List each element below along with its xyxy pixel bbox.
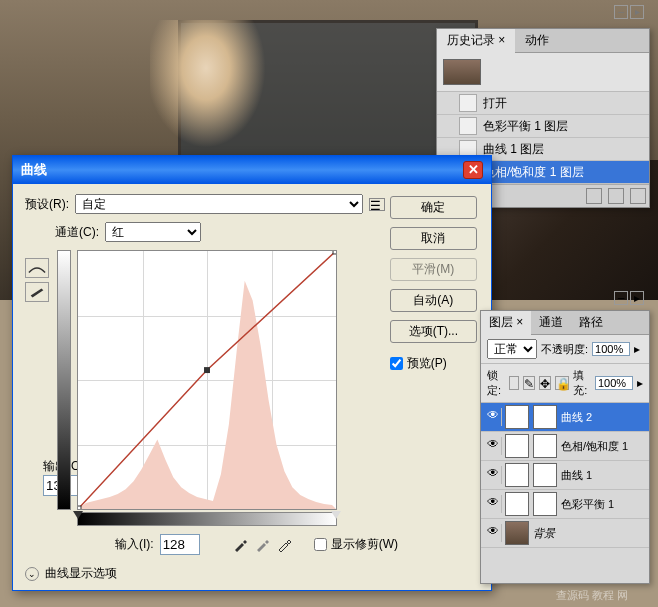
channel-label: 通道(C): [55,224,99,241]
curve-point-tool-icon[interactable] [25,258,49,278]
preset-menu-icon[interactable]: ☰ [369,198,385,211]
panel-menu-icon[interactable]: ▸ [630,291,644,305]
preset-label: 预设(R): [25,196,69,213]
chevron-icon: ⌄ [25,567,39,581]
blend-mode-select[interactable]: 正常 [487,339,537,359]
input-input[interactable] [160,534,200,555]
history-step-icon [459,117,477,135]
layer-mask-thumb [533,434,557,458]
show-clipping-checkbox[interactable] [314,538,327,551]
panel-menu-icon[interactable]: ▸ [630,5,644,19]
close-icon[interactable]: ✕ [463,161,483,179]
curve-pencil-tool-icon[interactable] [25,282,49,302]
dialog-title: 曲线 [21,161,47,179]
layer-thumb [505,463,529,487]
visibility-eye-icon[interactable]: 👁 [484,408,502,426]
tab-paths[interactable]: 路径 [571,311,611,334]
history-snapshot-thumb[interactable] [443,59,481,85]
lock-pixels-icon[interactable]: ✎ [523,376,535,390]
layer-item[interactable]: 👁 曲线 1 [481,461,649,490]
layer-name: 背景 [533,526,555,541]
tab-actions[interactable]: 动作 [515,29,559,52]
layer-mask-thumb [533,405,557,429]
layer-item[interactable]: 👁 色彩平衡 1 [481,490,649,519]
panel-minimize-icon[interactable]: – [614,5,628,19]
history-item-label: 曲线 1 图层 [483,141,544,158]
opacity-input[interactable] [592,342,630,356]
tab-history[interactable]: 历史记录 × [437,29,515,53]
tab-layers[interactable]: 图层 × [481,311,531,335]
show-clipping-label: 显示修剪(W) [331,536,398,553]
create-snapshot-icon[interactable] [586,188,602,204]
layer-thumb [505,521,529,545]
layer-item[interactable]: 👁 曲线 2 [481,403,649,432]
layer-mask-thumb [533,463,557,487]
history-item[interactable]: 打开 [437,92,649,115]
dropdown-arrow-icon[interactable]: ▸ [637,376,643,390]
input-label: 输入(I): [115,536,154,553]
x-gradient-bar [77,512,337,526]
new-doc-from-state-icon[interactable] [608,188,624,204]
black-eyedropper-icon[interactable] [232,537,248,553]
fill-label: 填充: [573,368,591,398]
visibility-eye-icon[interactable]: 👁 [484,437,502,455]
lock-label: 锁定: [487,368,505,398]
curves-dialog: 曲线 ✕ 预设(R): 自定 ☰ 通道(C): 红 输出(O): [12,155,492,591]
layer-mask-thumb [533,492,557,516]
history-item[interactable]: 色彩平衡 1 图层 [437,115,649,138]
options-toggle-label: 曲线显示选项 [45,565,117,582]
preview-checkbox[interactable] [390,357,403,370]
layer-name: 色相/饱和度 1 [561,439,628,454]
y-gradient-bar [57,250,71,510]
dialog-titlebar[interactable]: 曲线 ✕ [13,156,491,184]
preview-label: 预览(P) [407,355,447,372]
layer-thumb [505,434,529,458]
layer-name: 曲线 2 [561,410,592,425]
preset-select[interactable]: 自定 [75,194,363,214]
cancel-button[interactable]: 取消 [390,227,477,250]
histogram [78,251,336,509]
ok-button[interactable]: 确定 [390,196,477,219]
curves-graph[interactable] [57,250,337,526]
curve-display-options-toggle[interactable]: ⌄ 曲线显示选项 [25,565,479,582]
lock-transparency-icon[interactable] [509,376,520,390]
smooth-button[interactable]: 平滑(M) [390,258,477,281]
layer-name: 色彩平衡 1 [561,497,614,512]
watermark-text: 查源码 教程 网 [556,588,628,603]
visibility-eye-icon[interactable]: 👁 [484,524,502,542]
panel-minimize-icon[interactable]: – [614,291,628,305]
history-step-icon [459,94,477,112]
layer-thumb [505,492,529,516]
layer-name: 曲线 1 [561,468,592,483]
white-point-slider[interactable] [331,511,341,519]
history-item-label: 色相/饱和度 1 图层 [483,164,584,181]
dropdown-arrow-icon[interactable]: ▸ [634,342,640,356]
channel-select[interactable]: 红 [105,222,201,242]
black-point-slider[interactable] [73,511,83,519]
visibility-eye-icon[interactable]: 👁 [484,495,502,513]
gray-eyedropper-icon[interactable] [254,537,270,553]
history-item-label: 打开 [483,95,507,112]
options-button[interactable]: 选项(T)... [390,320,477,343]
layer-thumb [505,405,529,429]
fill-input[interactable] [595,376,633,390]
layer-item[interactable]: 👁 背景 [481,519,649,548]
lock-position-icon[interactable]: ✥ [539,376,551,390]
layer-item[interactable]: 👁 色相/饱和度 1 [481,432,649,461]
svg-marker-0 [78,281,336,509]
tab-channels[interactable]: 通道 [531,311,571,334]
visibility-eye-icon[interactable]: 👁 [484,466,502,484]
delete-state-icon[interactable] [630,188,646,204]
auto-button[interactable]: 自动(A) [390,289,477,312]
history-item-label: 色彩平衡 1 图层 [483,118,568,135]
layers-panel: – ▸ 图层 × 通道 路径 正常 不透明度: ▸ 锁定: ✎ ✥ 🔒 填充: … [480,310,650,584]
lock-all-icon[interactable]: 🔒 [555,376,569,390]
white-eyedropper-icon[interactable] [276,537,292,553]
opacity-label: 不透明度: [541,342,588,357]
